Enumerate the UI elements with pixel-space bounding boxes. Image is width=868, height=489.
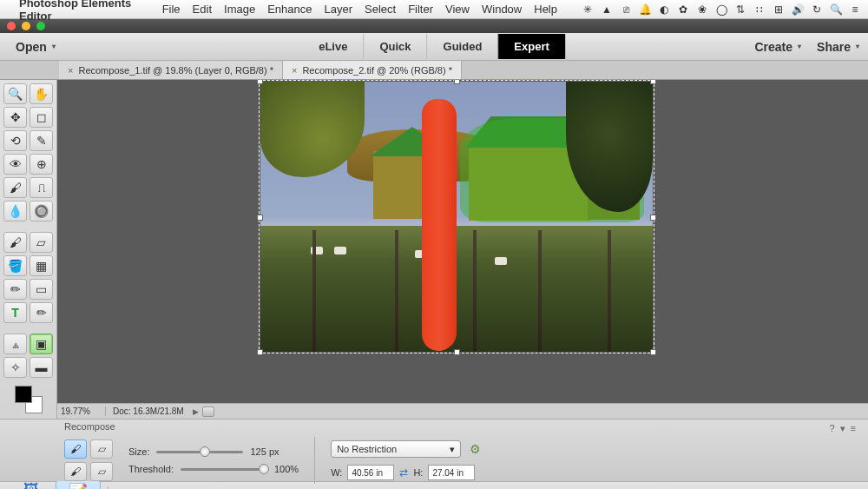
mode-guided[interactable]: Guided	[427, 34, 498, 59]
share-button[interactable]: Share▾	[817, 40, 859, 54]
paint-bucket-tool[interactable]: 🪣	[3, 255, 27, 276]
marquee-tool[interactable]: ◻	[30, 107, 53, 128]
app-name[interactable]: Photoshop Elements Editor	[19, 0, 150, 23]
document-canvas[interactable]	[260, 82, 653, 352]
status-icon[interactable]: ✿	[677, 3, 689, 16]
transform-handle[interactable]	[454, 349, 460, 355]
mode-quick[interactable]: Quick	[363, 34, 426, 59]
scrollbar-thumb[interactable]	[202, 406, 214, 417]
recompose-tool[interactable]: ▣	[30, 334, 53, 354]
status-icon[interactable]: ✳	[582, 3, 594, 16]
menu-layer[interactable]: Layer	[324, 3, 352, 16]
erase-remove-brush[interactable]: ▱	[90, 462, 113, 481]
notification-icon[interactable]: ≡	[849, 3, 861, 16]
status-icon[interactable]: ◯	[715, 3, 727, 16]
transform-handle[interactable]	[650, 349, 656, 355]
zoom-field[interactable]: 19.77%	[57, 406, 106, 416]
straighten-tool[interactable]: ▬	[30, 357, 53, 378]
status-icon[interactable]: ⊞	[773, 3, 785, 16]
hand-tool[interactable]: ✋	[30, 83, 53, 104]
height-field[interactable]: 27.04 in	[428, 465, 475, 480]
transform-handle[interactable]	[257, 349, 263, 355]
status-icon[interactable]: ⇅	[734, 3, 746, 16]
close-icon[interactable]: ×	[68, 65, 73, 76]
rotate-button[interactable]: ⟳Rotate	[209, 486, 254, 490]
transform-handle[interactable]	[257, 215, 263, 221]
create-button[interactable]: Create▾	[754, 40, 801, 54]
shape-tool[interactable]: ▭	[30, 279, 53, 300]
transform-handle[interactable]	[650, 215, 656, 221]
status-icon[interactable]: ⎚	[620, 3, 632, 16]
transform-handle[interactable]	[454, 80, 460, 84]
redeye-tool[interactable]: 👁	[3, 154, 27, 175]
spot-heal-tool[interactable]: ⊕	[30, 154, 53, 175]
organizer-button[interactable]: ▤Organizer	[303, 486, 348, 490]
brush-tool[interactable]: 🖌	[3, 232, 27, 253]
menu-help[interactable]: Help	[534, 3, 557, 16]
restriction-dropdown[interactable]: No Restriction ▾	[331, 440, 461, 458]
menu-enhance[interactable]: Enhance	[267, 3, 312, 16]
crop-tool[interactable]: ⟁	[3, 334, 27, 354]
doc-tab[interactable]: × Recompose_1.tif @ 19.8% (Layer 0, RGB/…	[59, 61, 283, 79]
menu-file[interactable]: File	[162, 3, 181, 16]
status-icon[interactable]: ❀	[696, 3, 708, 16]
status-icon[interactable]: ◐	[658, 3, 670, 16]
close-icon[interactable]: ×	[292, 65, 297, 76]
eraser-tool[interactable]: ▱	[30, 232, 53, 253]
swap-dimensions-icon[interactable]: ⇄	[399, 466, 408, 479]
menu-window[interactable]: Window	[482, 3, 522, 16]
transform-handle[interactable]	[650, 80, 656, 84]
clone-tool[interactable]: ⎍	[30, 177, 53, 198]
pencil-tool[interactable]: ✏	[30, 302, 53, 323]
size-slider[interactable]	[156, 451, 243, 453]
transform-bounds[interactable]	[259, 80, 654, 354]
gear-icon[interactable]: ⚙	[470, 442, 481, 456]
type-tool[interactable]: T	[3, 302, 27, 323]
graphics-button[interactable]: ✚Graphics	[720, 486, 766, 490]
redo-button[interactable]: ↷Redo	[162, 486, 207, 490]
more-button[interactable]: ▥More	[814, 486, 859, 490]
quick-select-tool[interactable]: ✎	[30, 130, 53, 151]
blur-tool[interactable]: 💧	[3, 201, 27, 221]
photo-bin-button[interactable]: 🖼 Photo Bin	[9, 480, 54, 490]
eyedropper-tool[interactable]: ✏	[3, 279, 27, 300]
status-icon[interactable]: 🔔	[639, 3, 651, 16]
menu-view[interactable]: View	[445, 3, 470, 16]
width-field[interactable]: 40.56 in	[347, 465, 394, 480]
minimize-icon[interactable]: ▾	[840, 423, 845, 434]
window-zoom[interactable]	[36, 22, 45, 30]
favorites-button[interactable]: ★Favorites	[767, 486, 812, 490]
mode-expert[interactable]: Expert	[497, 34, 564, 59]
layers-button[interactable]: ◈Layers	[627, 486, 672, 490]
window-close[interactable]	[7, 22, 16, 30]
layout-button[interactable]: ▦Layout	[256, 486, 301, 490]
doc-tab[interactable]: × Recompose_2.tif @ 20% (RGB/8) *	[283, 61, 462, 79]
erase-protect-brush[interactable]: ▱	[90, 439, 113, 459]
undo-button[interactable]: ↶Undo	[115, 486, 161, 490]
mark-remove-brush[interactable]: 🖌	[64, 462, 87, 481]
menu-filter[interactable]: Filter	[408, 3, 433, 16]
doc-info[interactable]: Doc: 16.3M/21.8M	[106, 406, 191, 416]
effects-button[interactable]: fxEffects	[674, 486, 719, 490]
foreground-color[interactable]	[15, 386, 32, 403]
spotlight-icon[interactable]: 🔍	[830, 3, 842, 16]
threshold-slider[interactable]	[181, 468, 267, 471]
mode-elive[interactable]: eLive	[303, 34, 363, 59]
open-button[interactable]: Open ▾	[9, 36, 62, 57]
chevron-right-icon[interactable]: ▶	[193, 407, 199, 416]
status-icon[interactable]: ∷	[753, 3, 766, 16]
window-minimize[interactable]	[22, 22, 30, 30]
canvas-area[interactable]: 19.77% Doc: 16.3M/21.8M ▶	[57, 80, 868, 419]
content-aware-tool[interactable]: ✧	[3, 357, 27, 378]
color-swatches[interactable]	[15, 386, 43, 413]
lasso-tool[interactable]: ⟲	[3, 130, 27, 151]
sponge-tool[interactable]: 🔘	[30, 201, 53, 221]
zoom-tool[interactable]: 🔍	[3, 83, 27, 104]
status-icon[interactable]: 🔊	[792, 3, 804, 16]
panel-menu-icon[interactable]: ≡	[851, 423, 856, 434]
status-icon[interactable]: ▲	[601, 3, 613, 16]
menu-image[interactable]: Image	[224, 3, 255, 16]
transform-handle[interactable]	[257, 80, 263, 84]
gradient-tool[interactable]: ▦	[30, 255, 53, 276]
smart-brush-tool[interactable]: 🖌	[3, 177, 27, 198]
